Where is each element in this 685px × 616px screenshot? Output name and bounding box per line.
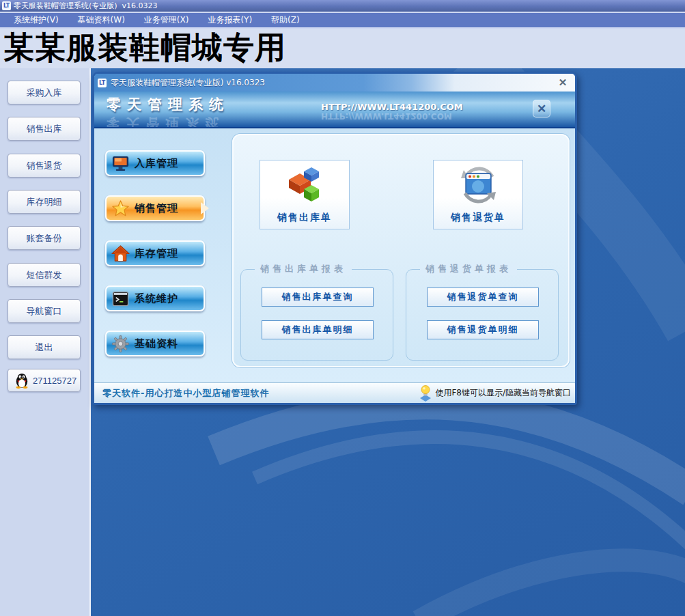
navigator-statusbar: 零天软件-用心打造中小型店铺管理软件 使用F8键可以显示/隐藏当前导航窗口 bbox=[94, 382, 575, 403]
monitor-icon bbox=[111, 154, 130, 173]
menu-basic-data[interactable]: 基础资料(W) bbox=[68, 13, 135, 27]
desktop-wallpaper: LT 零天服装鞋帽管理系统(专业版) v16.0323 ✕ 零天管理系统 零天管… bbox=[91, 68, 685, 616]
nav-button-label: 库存管理 bbox=[135, 247, 178, 260]
nav-button-basic-data[interactable]: 基础资料 bbox=[105, 331, 205, 356]
navigator-window: LT 零天服装鞋帽管理系统(专业版) v16.0323 ✕ 零天管理系统 零天管… bbox=[92, 72, 577, 405]
terminal-icon bbox=[111, 290, 130, 308]
shortcut-label: 销售退货单 bbox=[451, 212, 505, 224]
app-title: 零天服装鞋帽管理系统(专业版) v16.0323 bbox=[14, 1, 158, 11]
application-window: LT 零天服装鞋帽管理系统(专业版) v16.0323 系统维护(V) 基础资料… bbox=[0, 0, 685, 616]
f8-hint: 使用F8键可以显示/隐藏当前导航窗口 bbox=[419, 383, 571, 403]
sidebar-button-purchase-in[interactable]: 采购入库 bbox=[8, 81, 81, 104]
qq-penguin-icon bbox=[15, 373, 29, 389]
sales-panel: 销售出库单 bbox=[232, 134, 570, 367]
nav-button-label: 系统维护 bbox=[135, 292, 178, 305]
menu-system-maintenance[interactable]: 系统维护(V) bbox=[4, 13, 68, 27]
shortcut-sales-return-order[interactable]: 销售退货单 bbox=[433, 160, 523, 229]
sales-out-report-group: 销售出库单报表 销售出库单查询 销售出库单明细 bbox=[240, 269, 393, 361]
navigator-close-button[interactable]: ✕ bbox=[556, 76, 570, 89]
brand-url-reflection: HTTP://WWW.LT441200.COM bbox=[321, 111, 452, 121]
nav-button-system-maintenance[interactable]: 系统维护 bbox=[105, 285, 205, 311]
nav-button-inventory-management[interactable]: 库存管理 bbox=[105, 240, 205, 266]
nav-button-label: 基础资料 bbox=[135, 337, 178, 350]
sidebar-button-inventory-detail[interactable]: 库存明细 bbox=[8, 190, 81, 214]
refresh-window-icon bbox=[457, 165, 499, 206]
group-legend: 销售退货单报表 bbox=[420, 263, 517, 275]
sales-return-report-group: 销售退货单报表 销售退货单查询 销售退货单明细 bbox=[406, 269, 559, 361]
brand-banner: 零天管理系统 零天管理系统 HTTP://WWW.LT441200.COM HT… bbox=[94, 92, 575, 128]
shortcut-sales-out-order[interactable]: 销售出库单 bbox=[260, 160, 350, 229]
group-legend: 销售出库单报表 bbox=[255, 263, 352, 275]
sidebar-button-exit[interactable]: 退出 bbox=[8, 335, 81, 359]
menu-bar: 系统维护(V) 基础资料(W) 业务管理(X) 业务报表(Y) 帮助(Z) bbox=[0, 13, 685, 27]
banner-close-button[interactable]: ✕ bbox=[533, 100, 550, 117]
sales-return-query-button[interactable]: 销售退货单查询 bbox=[427, 288, 539, 307]
main-area: 采购入库 销售出库 销售退货 库存明细 账套备份 短信群发 导航窗口 退出 bbox=[0, 68, 685, 616]
brand-url: HTTP://WWW.LT441200.COM bbox=[321, 102, 463, 112]
nav-button-label: 入库管理 bbox=[135, 157, 178, 170]
slogan-text: 零天软件-用心打造中小型店铺管理软件 bbox=[102, 383, 269, 403]
gear-icon bbox=[111, 335, 130, 353]
sales-out-query-button[interactable]: 销售出库单查询 bbox=[262, 288, 374, 307]
sidebar-button-sales-out[interactable]: 销售出库 bbox=[8, 117, 81, 141]
menu-help[interactable]: 帮助(Z) bbox=[262, 13, 309, 27]
navigator-content: 入库管理 销售管理 bbox=[94, 128, 575, 382]
sidebar-button-sales-return[interactable]: 销售退货 bbox=[8, 154, 81, 178]
blocks-icon bbox=[283, 165, 326, 206]
nav-button-sales-management[interactable]: 销售管理 bbox=[105, 195, 205, 221]
qq-contact-button[interactable]: 271125727 bbox=[8, 369, 81, 392]
store-heading: 某某服装鞋帽城专用 bbox=[0, 29, 685, 68]
sales-return-detail-button[interactable]: 销售退货单明细 bbox=[427, 320, 539, 339]
nav-button-inbound-management[interactable]: 入库管理 bbox=[105, 150, 205, 176]
sales-out-detail-button[interactable]: 销售出库单明细 bbox=[262, 320, 374, 339]
sidebar-button-account-backup[interactable]: 账套备份 bbox=[8, 226, 81, 250]
sidebar-button-sms-broadcast[interactable]: 短信群发 bbox=[8, 263, 81, 287]
menu-business-reports[interactable]: 业务报表(Y) bbox=[198, 13, 262, 27]
qq-number: 271125727 bbox=[33, 376, 76, 386]
launcher-sidebar: 采购入库 销售出库 销售退货 库存明细 账套备份 短信群发 导航窗口 退出 bbox=[0, 68, 91, 616]
sidebar-button-nav-window[interactable]: 导航窗口 bbox=[8, 299, 81, 323]
app-icon: LT bbox=[2, 1, 11, 10]
navigator-window-title: 零天服装鞋帽管理系统(专业版) v16.0323 bbox=[111, 77, 265, 89]
f8-hint-text: 使用F8键可以显示/隐藏当前导航窗口 bbox=[435, 387, 571, 399]
shortcut-label: 销售出库单 bbox=[277, 212, 332, 224]
navigator-titlebar[interactable]: LT 零天服装鞋帽管理系统(专业版) v16.0323 ✕ bbox=[94, 74, 575, 92]
star-icon bbox=[111, 199, 130, 218]
brand-name: 零天管理系统 bbox=[107, 95, 229, 114]
app-titlebar: LT 零天服装鞋帽管理系统(专业版) v16.0323 bbox=[0, 0, 685, 12]
house-icon bbox=[111, 244, 130, 263]
nav-button-label: 销售管理 bbox=[135, 202, 178, 215]
menu-business-management[interactable]: 业务管理(X) bbox=[135, 13, 199, 27]
navigator-window-icon: LT bbox=[98, 79, 107, 87]
lightbulb-icon bbox=[419, 385, 432, 402]
brand-name-reflection: 零天管理系统 bbox=[107, 114, 225, 128]
